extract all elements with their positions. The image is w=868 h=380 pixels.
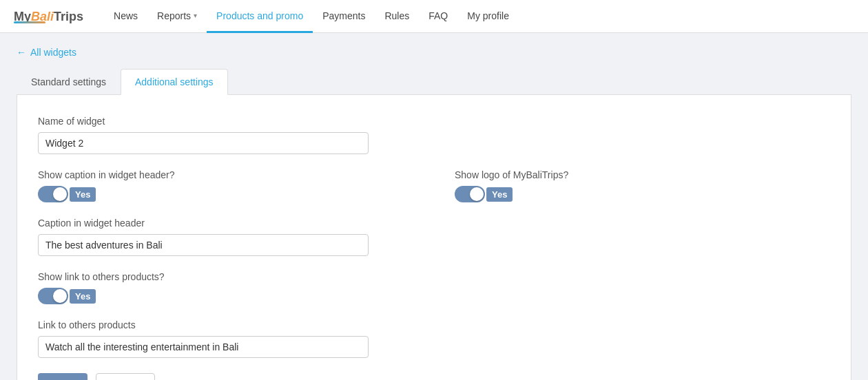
cancel-button[interactable]: Cancel [96,373,155,380]
nav-item-faq[interactable]: FAQ [419,0,457,33]
nav-label-rules: Rules [384,10,409,21]
nav-item-reports[interactable]: Reports▾ [147,0,207,33]
show-caption-label: Show caption in widget header? [38,169,413,180]
show-caption-knob [53,187,67,201]
back-link-label: All widgets [30,47,76,58]
tab-standard[interactable]: Standard settings [17,69,121,95]
widget-name-label: Name of widget [38,116,830,127]
back-arrow-icon: ← [17,47,26,58]
settings-card: Name of widget Show caption in widget he… [17,95,851,380]
save-button[interactable]: Save [38,373,87,380]
show-caption-toggle-row: Yes [38,186,413,202]
show-logo-label: Show logo of MyBaliTrips? [455,169,830,180]
nav-label-payments: Payments [322,10,365,21]
show-caption-toggle-label: Yes [70,187,96,202]
show-caption-toggle[interactable] [38,186,68,202]
show-link-toggle[interactable] [38,288,68,304]
show-logo-toggle-row: Yes [455,186,830,202]
show-caption-group: Show caption in widget header? Yes [38,169,413,202]
link-group: Link to others products [38,319,830,358]
link-input[interactable] [38,336,369,358]
navbar: My Bali Trips NewsReports▾Products and p… [0,0,868,33]
nav-item-products[interactable]: Products and promo [207,0,313,33]
nav-label-products: Products and promo [216,10,303,21]
caption-input[interactable] [38,234,369,256]
widget-name-group: Name of widget [38,116,830,154]
nav-links: NewsReports▾Products and promoPaymentsRu… [104,0,519,32]
nav-label-reports: Reports [157,10,191,21]
show-link-toggle-label: Yes [70,289,96,304]
show-link-label: Show link to others products? [38,271,830,282]
nav-item-payments[interactable]: Payments [313,0,375,33]
show-logo-group: Show logo of MyBaliTrips? Yes [455,169,830,202]
back-link[interactable]: ← All widgets [17,47,851,58]
nav-label-news: News [114,10,138,21]
widget-name-input[interactable] [38,132,369,154]
toggle-row-top: Show caption in widget header? Yes Show … [38,169,830,218]
show-logo-toggle-label: Yes [486,187,513,202]
show-link-knob [53,289,67,303]
logo-underline [14,21,45,23]
tabs: Standard settingsAdditional settings [17,69,851,95]
link-label: Link to others products [38,319,830,330]
show-logo-toggle[interactable] [455,186,485,202]
tab-additional[interactable]: Additional settings [121,69,228,95]
nav-item-news[interactable]: News [104,0,147,33]
caption-group: Caption in widget header [38,218,830,256]
nav-label-myprofile: My profile [467,10,509,21]
button-row: Save Cancel [38,373,830,380]
nav-item-myprofile[interactable]: My profile [457,0,519,33]
logo-trips: Trips [54,10,83,24]
caption-label: Caption in widget header [38,218,830,229]
nav-item-rules[interactable]: Rules [375,0,419,33]
show-logo-knob [470,187,484,201]
page-content: ← All widgets Standard settingsAdditiona… [0,33,868,380]
show-link-group: Show link to others products? Yes [38,271,830,304]
show-link-toggle-row: Yes [38,288,830,304]
chevron-down-icon: ▾ [194,12,197,19]
nav-label-faq: FAQ [428,10,448,21]
logo[interactable]: My Bali Trips [14,10,83,23]
